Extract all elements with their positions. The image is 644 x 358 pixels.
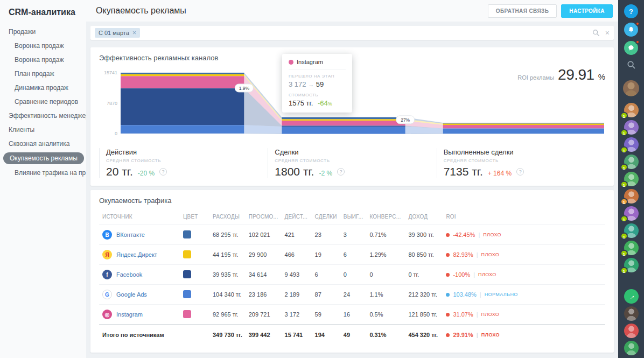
- sidebar-item[interactable]: План продаж: [0, 67, 86, 81]
- deals-cell: 6: [312, 265, 340, 285]
- topbar: Окупаемость рекламы ОБРАТНАЯ СВЯЗЬ НАСТР…: [86, 0, 618, 22]
- funnel-band[interactable]: [282, 127, 405, 134]
- tooltip-to: 59: [316, 80, 324, 88]
- color-swatch: [183, 310, 191, 318]
- won-cell: 0: [340, 265, 367, 285]
- source-link[interactable]: ВКонтакте: [116, 231, 145, 238]
- divider: |: [478, 231, 480, 238]
- stat-block: Действия СРЕДНЯЯ СТОИМОСТЬ 20 тг. -20 % …: [99, 148, 268, 178]
- roi-status-label: ПЛОХО: [481, 312, 500, 317]
- sidebar-item-active[interactable]: Окупаемость рекламы: [0, 151, 86, 166]
- sidebar-item[interactable]: Воронка продаж: [0, 53, 86, 67]
- contact-avatar[interactable]: [624, 341, 639, 355]
- sidebar-item[interactable]: Продажи: [0, 25, 86, 39]
- sidebar-item[interactable]: Эффективность менеджер...: [0, 109, 86, 123]
- sidebar-item[interactable]: Клиенты: [0, 123, 86, 137]
- table-row: GGoogle Ads104 340 тг.23 1862 18987241.1…: [99, 285, 605, 305]
- column-header[interactable]: РАСХОДЫ: [209, 209, 246, 225]
- contact-avatar[interactable]: 1: [624, 120, 639, 135]
- contact-avatar[interactable]: 1: [624, 241, 639, 255]
- funnel-band[interactable]: [443, 124, 604, 125]
- contact-avatar[interactable]: 1: [624, 172, 639, 186]
- funnel-band[interactable]: [121, 73, 244, 74]
- column-header[interactable]: ЦВЕТ: [180, 209, 209, 225]
- source-link[interactable]: Google Ads: [116, 291, 147, 298]
- funnel-band[interactable]: [121, 76, 244, 88]
- help-button[interactable]: ?: [624, 4, 638, 18]
- stage-stats: Действия СРЕДНЯЯ СТОИМОСТЬ 20 тг. -20 % …: [99, 148, 605, 178]
- contact-avatar[interactable]: 1: [624, 155, 639, 169]
- filter-clear-icon[interactable]: ×: [605, 29, 610, 37]
- column-header[interactable]: КОНВЕРС...: [366, 209, 405, 225]
- deals-cell: 23: [312, 225, 340, 245]
- help-icon[interactable]: ?: [159, 168, 167, 176]
- filter-bar[interactable]: С 01 марта × ×: [90, 26, 614, 40]
- roi-value: 29.91: [558, 66, 594, 83]
- roi-status-dot: [446, 253, 450, 257]
- funnel-band[interactable]: [282, 121, 405, 125]
- roi-value: -42.45%: [453, 231, 475, 238]
- rail-search-button[interactable]: [627, 60, 636, 72]
- column-header[interactable]: ИСТОЧНИК: [99, 209, 180, 225]
- contact-avatar[interactable]: 1: [624, 206, 639, 221]
- contact-avatar[interactable]: 1: [624, 137, 639, 152]
- unread-count-badge: 1: [620, 112, 628, 119]
- funnel-band[interactable]: [282, 126, 405, 127]
- profile-avatar[interactable]: [623, 80, 639, 96]
- unread-count-badge: 1: [620, 129, 628, 136]
- funnel-band[interactable]: [443, 123, 604, 124]
- brand-title: CRM-аналитика: [0, 4, 86, 25]
- roi-unit: %: [598, 72, 605, 81]
- tooltip-cost: 1575 тг.: [289, 99, 313, 107]
- sidebar-item[interactable]: Воронка продаж: [0, 39, 86, 53]
- funnel-band[interactable]: [443, 129, 604, 134]
- source-link[interactable]: Facebook: [116, 271, 142, 278]
- column-header[interactable]: ПРОСМО...: [246, 209, 282, 225]
- contact-avatar[interactable]: [624, 324, 639, 338]
- funnel-band[interactable]: [121, 88, 244, 125]
- help-icon[interactable]: ?: [516, 168, 524, 176]
- column-header[interactable]: ROI: [443, 209, 605, 225]
- feedback-button[interactable]: ОБРАТНАЯ СВЯЗЬ: [488, 4, 557, 18]
- contact-avatar[interactable]: 1: [624, 223, 639, 238]
- stat-subtitle: СРЕДНЯЯ СТОИМОСТЬ: [275, 158, 436, 163]
- share-button[interactable]: →: [624, 289, 639, 304]
- sidebar-item[interactable]: Сквозная аналитика: [0, 137, 86, 151]
- settings-button[interactable]: НАСТРОЙКА: [561, 4, 613, 18]
- source-cell: ВВКонтакте: [99, 225, 180, 245]
- sidebar-item[interactable]: Влияние трафика на пр...: [0, 166, 86, 180]
- views-cell: 102 021: [246, 225, 282, 245]
- source-link[interactable]: Instagram: [116, 311, 143, 318]
- contact-avatar[interactable]: [624, 306, 639, 321]
- column-header[interactable]: ДЕЙСТ...: [282, 209, 312, 225]
- roi-status-dot: [446, 313, 450, 317]
- funnel-connector: [244, 125, 282, 134]
- contact-avatar[interactable]: 1: [624, 258, 639, 272]
- funnel-band[interactable]: [282, 119, 405, 121]
- column-header[interactable]: ВЫИГ...: [340, 209, 367, 225]
- expenses-cell: 39 935 тг.: [209, 265, 246, 285]
- funnel-band[interactable]: [121, 74, 244, 76]
- funnel-band[interactable]: [282, 117, 405, 120]
- notifications-button[interactable]: [624, 23, 638, 37]
- filter-chip[interactable]: С 01 марта ×: [95, 28, 140, 38]
- tooltip-header: Instagram: [289, 59, 346, 69]
- contact-avatar[interactable]: 1: [624, 103, 639, 117]
- income-cell: 121 850 тг.: [405, 305, 443, 325]
- search-icon[interactable]: [592, 29, 600, 37]
- unread-count-badge: 1: [620, 164, 628, 171]
- income-cell: 0 тг.: [405, 265, 443, 285]
- source-link[interactable]: Яндекс.Директ: [116, 251, 157, 258]
- roi-status-label: ПЛОХО: [478, 272, 496, 277]
- messenger-button[interactable]: [624, 41, 638, 55]
- sidebar-item[interactable]: Динамика продаж: [0, 81, 86, 95]
- funnel-band[interactable]: [121, 125, 244, 134]
- chip-remove-icon[interactable]: ×: [132, 30, 136, 36]
- contact-avatar[interactable]: 1: [624, 189, 639, 203]
- funnel-band[interactable]: [443, 125, 604, 129]
- column-header[interactable]: СДЕЛКИ: [312, 209, 340, 225]
- funnel-connector: [244, 88, 282, 127]
- sidebar-item[interactable]: Сравнение периодов: [0, 95, 86, 109]
- help-icon[interactable]: ?: [337, 168, 345, 176]
- column-header[interactable]: ДОХОД: [405, 209, 443, 225]
